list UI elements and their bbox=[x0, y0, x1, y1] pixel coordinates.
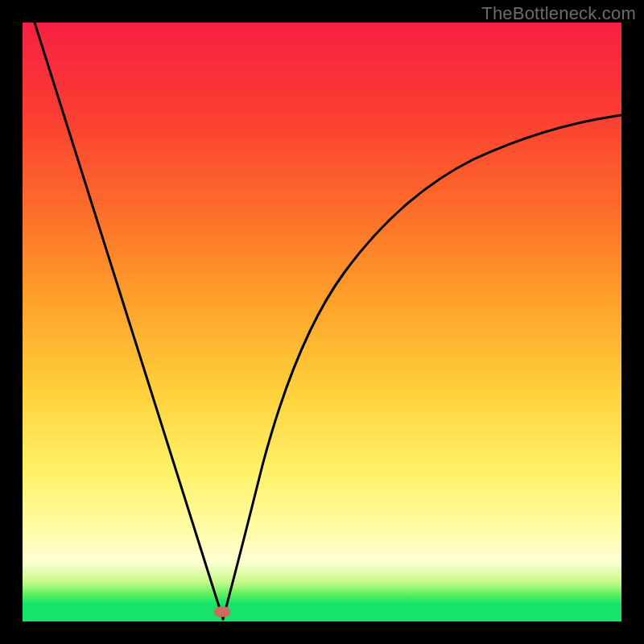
curve-right-branch bbox=[223, 115, 621, 619]
watermark-text: TheBottleneck.com bbox=[481, 3, 636, 24]
marker-dot bbox=[214, 607, 230, 617]
curve-left-branch bbox=[35, 23, 223, 619]
plot-area bbox=[23, 23, 621, 621]
chart-frame: TheBottleneck.com bbox=[0, 0, 644, 644]
bottleneck-curve bbox=[23, 23, 621, 621]
